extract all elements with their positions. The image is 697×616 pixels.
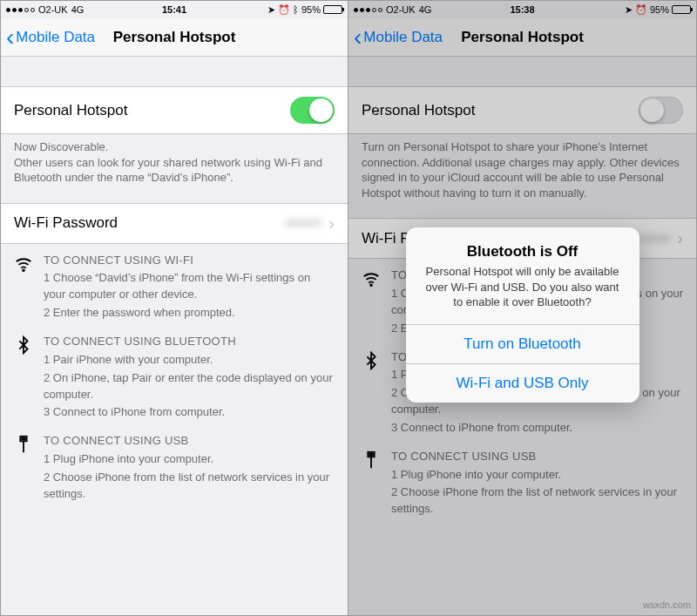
svg-rect-6 xyxy=(369,453,370,455)
signal-dots-icon xyxy=(6,8,35,12)
alert-turn-on-bluetooth-button[interactable]: Turn on Bluetooth xyxy=(406,324,639,363)
usb-icon xyxy=(362,449,391,518)
chevron-right-icon: › xyxy=(328,213,335,234)
screenshot-right: O2-UK 4G 15:38 ➤ ⏰ 95% ‹ Mobile Data Per… xyxy=(348,1,696,615)
network-label: 4G xyxy=(419,4,432,15)
usb-icon xyxy=(14,433,44,502)
battery-icon xyxy=(323,5,342,14)
battery-icon xyxy=(672,5,691,14)
bluetooth-icon: ᛒ xyxy=(293,4,299,15)
bluetooth-alert: Bluetooth is Off Personal Hotspot will o… xyxy=(406,227,639,403)
instructions-usb: TO CONNECT USING USB 1 Plug iPhone into … xyxy=(348,440,696,521)
chevron-right-icon: › xyxy=(677,228,683,248)
instructions-usb: TO CONNECT USING USB 1 Plug iPhone into … xyxy=(1,424,348,505)
chevron-left-icon: ‹ xyxy=(354,25,362,50)
wifi-password-row[interactable]: Wi-Fi Password ••••••• › xyxy=(1,203,348,244)
svg-rect-3 xyxy=(24,438,24,440)
hotspot-toggle-row[interactable]: Personal Hotspot xyxy=(348,86,696,134)
carrier-label: O2-UK xyxy=(38,4,68,15)
svg-rect-7 xyxy=(371,453,372,455)
alarm-icon: ⏰ xyxy=(635,4,647,16)
nav-bar: ‹ Mobile Data Personal Hotspot xyxy=(1,18,348,57)
back-button[interactable]: ‹ Mobile Data xyxy=(348,25,443,50)
svg-point-4 xyxy=(370,285,372,287)
network-label: 4G xyxy=(71,4,85,15)
instructions-bluetooth: TO CONNECT USING BLUETOOTH 1 Pair iPhone… xyxy=(1,325,348,424)
carrier-label: O2-UK xyxy=(386,4,416,15)
discoverable-text: Now Discoverable. Other users can look f… xyxy=(1,134,348,193)
battery-percent: 95% xyxy=(650,4,669,15)
alert-wifi-usb-only-button[interactable]: Wi-Fi and USB Only xyxy=(406,363,639,403)
wifi-password-value: ••••••• xyxy=(634,230,671,247)
screenshot-left: O2-UK 4G 15:41 ➤ ⏰ ᛒ 95% ‹ Mobile Data P… xyxy=(1,1,348,615)
alert-message: Personal Hotspot will only be available … xyxy=(420,264,626,310)
location-icon: ➤ xyxy=(267,4,275,16)
hotspot-explain-text: Turn on Personal Hotspot to share your i… xyxy=(348,134,696,207)
wifi-password-value: ••••••• xyxy=(286,214,322,232)
bluetooth-big-icon xyxy=(362,349,391,437)
hotspot-toggle[interactable] xyxy=(639,97,683,124)
hotspot-label: Personal Hotspot xyxy=(14,102,290,119)
nav-bar: ‹ Mobile Data Personal Hotspot xyxy=(348,18,696,57)
back-label: Mobile Data xyxy=(363,29,443,46)
wifi-password-label: Wi-Fi Password xyxy=(14,214,286,232)
wifi-icon xyxy=(362,267,391,336)
signal-dots-icon xyxy=(354,8,382,12)
back-button[interactable]: ‹ Mobile Data xyxy=(1,25,95,50)
chevron-left-icon: ‹ xyxy=(6,25,14,50)
wifi-icon xyxy=(14,253,44,322)
alarm-icon: ⏰ xyxy=(278,4,290,16)
back-label: Mobile Data xyxy=(16,29,95,46)
instructions-wifi: TO CONNECT USING WI-FI 1 Choose “David’s… xyxy=(1,244,348,325)
bluetooth-big-icon xyxy=(14,334,44,421)
hotspot-label: Personal Hotspot xyxy=(362,102,639,119)
watermark: wsxdn.com xyxy=(643,599,691,610)
alert-title: Bluetooth is Off xyxy=(420,243,626,261)
status-time: 15:38 xyxy=(466,4,579,15)
hotspot-toggle-row[interactable]: Personal Hotspot xyxy=(1,86,348,134)
location-icon: ➤ xyxy=(625,4,633,16)
status-time: 15:41 xyxy=(118,4,231,15)
svg-point-0 xyxy=(23,269,24,271)
hotspot-toggle[interactable] xyxy=(290,97,335,124)
battery-percent: 95% xyxy=(301,4,321,15)
status-bar: O2-UK 4G 15:38 ➤ ⏰ 95% xyxy=(348,1,696,18)
status-bar: O2-UK 4G 15:41 ➤ ⏰ ᛒ 95% xyxy=(1,1,348,18)
svg-rect-2 xyxy=(22,438,23,440)
